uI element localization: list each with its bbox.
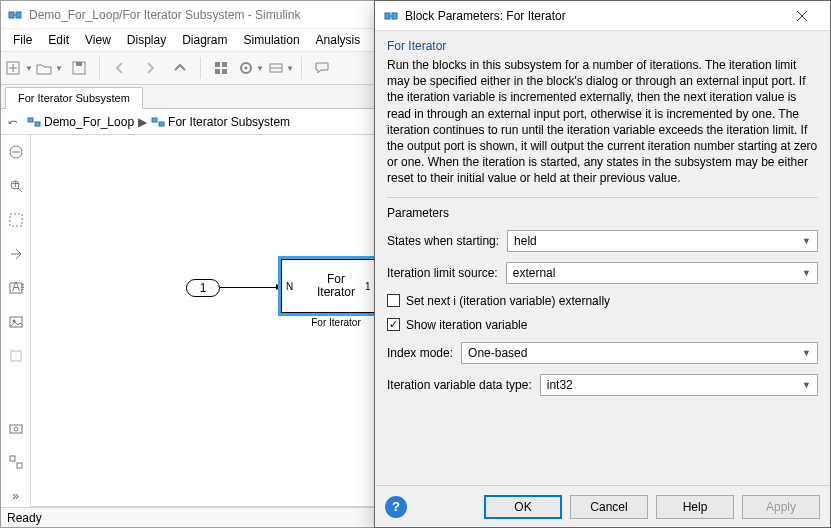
set-next-label: Set next i (iteration variable) external… — [406, 294, 610, 308]
open-button[interactable]: ▼ — [35, 55, 63, 81]
dialog-section-heading: For Iterator — [387, 39, 818, 53]
svg-rect-8 — [215, 62, 220, 67]
breadcrumb-root[interactable]: Demo_For_Loop — [25, 115, 136, 129]
menu-analysis[interactable]: Analysis — [308, 31, 369, 49]
subsystem-icon — [151, 115, 165, 129]
svg-rect-19 — [159, 122, 164, 126]
dialog-titlebar: Block Parameters: For Iterator — [375, 1, 830, 31]
model-data-icon[interactable] — [5, 451, 27, 473]
show-iter-checkbox[interactable] — [387, 318, 400, 331]
svg-rect-7 — [76, 62, 82, 66]
breadcrumb-child[interactable]: For Iterator Subsystem — [149, 115, 292, 129]
index-mode-label: Index mode: — [387, 346, 453, 360]
svg-rect-35 — [385, 13, 390, 19]
param-row-show-iter: Show iteration variable — [387, 318, 818, 332]
set-next-checkbox[interactable] — [387, 294, 400, 307]
index-mode-value: One-based — [468, 346, 527, 360]
side-palette: + A≡ » — [1, 135, 31, 507]
menu-edit[interactable]: Edit — [40, 31, 77, 49]
simulink-app-icon — [7, 7, 23, 23]
save-button[interactable] — [65, 55, 93, 81]
library-browser-button[interactable] — [207, 55, 235, 81]
menu-view[interactable]: View — [77, 31, 119, 49]
svg-rect-17 — [35, 122, 40, 126]
whats-this-icon[interactable]: ? — [385, 496, 407, 518]
model-config-button[interactable]: ▼ — [237, 55, 265, 81]
dialog-footer: ? OK Cancel Help Apply — [375, 485, 830, 527]
svg-point-13 — [245, 67, 248, 70]
param-row-dtype: Iteration variable data type: int32 ▼ — [387, 374, 818, 396]
expand-icon[interactable]: » — [5, 485, 27, 507]
dtype-label: Iteration variable data type: — [387, 378, 532, 392]
breadcrumb-root-label: Demo_For_Loop — [44, 115, 134, 129]
chevron-down-icon: ▼ — [802, 268, 811, 278]
states-combobox[interactable]: held ▼ — [507, 230, 818, 252]
param-row-limit-source: Iteration limit source: external ▼ — [387, 262, 818, 284]
param-row-index-mode: Index mode: One-based ▼ — [387, 342, 818, 364]
block-parameters-dialog: Block Parameters: For Iterator For Itera… — [374, 0, 831, 528]
simulink-app-icon — [383, 8, 399, 24]
toggle-perspectives-icon[interactable] — [5, 243, 27, 265]
fit-to-view-icon[interactable] — [5, 209, 27, 231]
inport-block[interactable]: 1 — [186, 279, 220, 297]
svg-rect-16 — [28, 118, 33, 122]
show-iter-label: Show iteration variable — [406, 318, 527, 332]
chevron-right-icon: ▶ — [136, 115, 149, 129]
chevron-down-icon: ▼ — [55, 64, 63, 73]
svg-rect-9 — [222, 62, 227, 67]
ok-button[interactable]: OK — [484, 495, 562, 519]
svg-rect-1 — [16, 12, 21, 18]
limit-source-label: Iteration limit source: — [387, 266, 498, 280]
annotation-icon[interactable]: A≡ — [5, 277, 27, 299]
dialog-body: For Iterator Run the blocks in this subs… — [375, 31, 830, 485]
cancel-button[interactable]: Cancel — [570, 495, 648, 519]
back-button[interactable] — [106, 55, 134, 81]
chevron-down-icon: ▼ — [25, 64, 33, 73]
zoom-fit-icon[interactable]: + — [5, 175, 27, 197]
dtype-value: int32 — [547, 378, 573, 392]
signal-line[interactable] — [220, 287, 281, 288]
svg-rect-18 — [152, 118, 157, 122]
dialog-description: Run the blocks in this subsystem for a n… — [387, 57, 818, 187]
image-icon[interactable] — [5, 311, 27, 333]
apply-button[interactable]: Apply — [742, 495, 820, 519]
menu-simulation[interactable]: Simulation — [236, 31, 308, 49]
svg-rect-31 — [10, 425, 22, 433]
parameters-heading: Parameters — [387, 197, 818, 220]
chevron-down-icon: ▼ — [256, 64, 264, 73]
log-signals-button[interactable]: ▼ — [267, 55, 295, 81]
inport-label: 1 — [200, 281, 207, 295]
chevron-down-icon: ▼ — [286, 64, 294, 73]
up-button[interactable] — [166, 55, 194, 81]
status-text: Ready — [7, 511, 42, 525]
close-icon — [796, 10, 808, 22]
model-icon — [27, 115, 41, 129]
svg-rect-0 — [9, 12, 14, 18]
screenshot-icon[interactable] — [5, 417, 27, 439]
index-mode-combobox[interactable]: One-based ▼ — [461, 342, 818, 364]
menu-diagram[interactable]: Diagram — [174, 31, 235, 49]
new-model-button[interactable]: ▼ — [5, 55, 33, 81]
limit-source-value: external — [513, 266, 556, 280]
menu-display[interactable]: Display — [119, 31, 174, 49]
breadcrumb-history-button[interactable]: ⤺ — [1, 110, 25, 134]
dtype-combobox[interactable]: int32 ▼ — [540, 374, 818, 396]
dialog-close-button[interactable] — [782, 2, 822, 30]
help-button[interactable]: Help — [656, 495, 734, 519]
chevron-down-icon: ▼ — [802, 236, 811, 246]
svg-rect-25 — [10, 214, 22, 226]
hide-browser-icon[interactable] — [5, 141, 27, 163]
svg-text:+: + — [12, 178, 19, 191]
dialog-title: Block Parameters: For Iterator — [405, 9, 782, 23]
limit-source-combobox[interactable]: external ▼ — [506, 262, 818, 284]
menu-file[interactable]: File — [5, 31, 40, 49]
svg-text:A≡: A≡ — [12, 280, 24, 294]
svg-rect-10 — [215, 69, 220, 74]
forward-button[interactable] — [136, 55, 164, 81]
area-icon[interactable] — [5, 345, 27, 367]
comment-button[interactable] — [308, 55, 336, 81]
svg-rect-36 — [392, 13, 397, 19]
svg-rect-30 — [11, 351, 21, 361]
chevron-down-icon: ▼ — [802, 348, 811, 358]
tab-subsystem[interactable]: For Iterator Subsystem — [5, 87, 143, 109]
